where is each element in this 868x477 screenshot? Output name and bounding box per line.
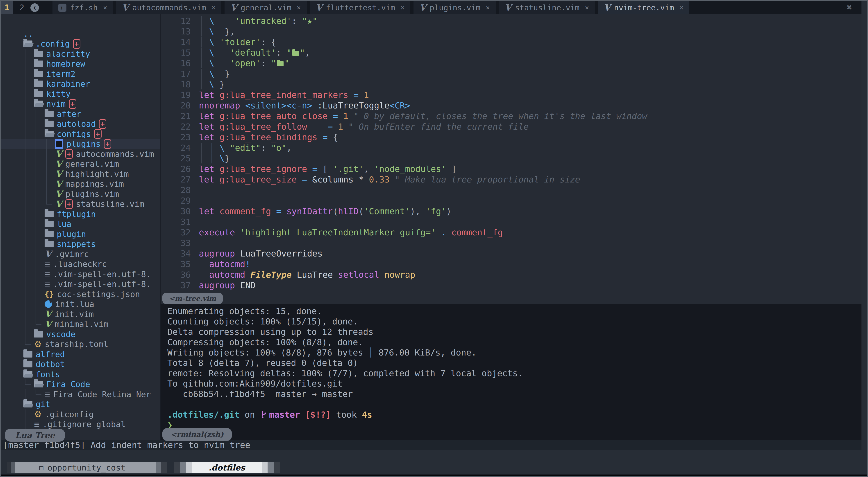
editor-buffer[interactable]: 12│ \ 'untracked': "★"13│ \ },14│ \ 'fol… <box>161 14 862 304</box>
tab-plugins.vim[interactable]: Vplugins.vim× <box>413 1 496 14</box>
tree-row-configs[interactable]: configs+ <box>1 129 160 139</box>
tree-row-.gitconfig[interactable]: ⚙.gitconfig <box>1 409 160 419</box>
tree-indent-guide <box>36 289 36 299</box>
tree-row-.luacheckrc[interactable]: ≡.luacheckrc <box>1 259 160 269</box>
tree-row-highlight.vim[interactable]: Vhighlight.vim <box>1 169 160 179</box>
editor-line-17: 17│ \ } <box>161 69 862 79</box>
code-token: .dotfiles/.git <box>167 409 240 420</box>
tree-item-label: init.lua <box>55 300 94 309</box>
tree-row-snippets[interactable]: snippets <box>1 239 160 249</box>
tree-row-kitty[interactable]: kitty <box>1 89 160 99</box>
code-token <box>436 228 441 237</box>
tree-row-mappings.vim[interactable]: Vmappings.vim <box>1 179 160 189</box>
code-token <box>214 27 225 36</box>
tree-row-fonts[interactable]: fonts <box>1 369 160 379</box>
tree-row-homebrew[interactable]: homebrew <box>1 59 160 69</box>
tree-row-dotbot[interactable]: dotbot <box>1 359 160 370</box>
tree-row-alacritty[interactable]: alacritty <box>1 49 160 59</box>
tree-row-minimal.vim[interactable]: Vminimal.vim <box>1 319 160 330</box>
tree-row-init.lua[interactable]: init.lua <box>1 299 160 309</box>
line-number: 14 <box>161 37 199 47</box>
tab-autocommands.vim[interactable]: Vautocommands.vim× <box>116 1 221 14</box>
history-back-icon[interactable]: ❮ <box>30 3 39 12</box>
tree-row-.gvimrc[interactable]: V.gvimrc <box>1 249 160 259</box>
close-all-icon[interactable]: ✖ <box>847 2 852 12</box>
tree-row-general.vim[interactable]: Vgeneral.vim <box>1 159 160 169</box>
terminal-split[interactable]: Enumerating objects: 15, done.Counting o… <box>161 304 862 440</box>
tree-row-vscode[interactable]: vscode <box>1 329 160 339</box>
code-token: " <box>271 58 276 68</box>
folder-icon <box>34 80 43 87</box>
text-file-icon: ≡ <box>44 390 50 399</box>
code-token: } <box>224 69 230 79</box>
tree-row-plugin[interactable]: plugin <box>1 229 160 239</box>
tree-row-nvim[interactable]: nvim+ <box>1 99 160 109</box>
tab-close-icon[interactable]: × <box>486 4 490 11</box>
terminal-line: Enumerating objects: 15, done. <box>167 306 862 316</box>
code-token <box>214 122 220 132</box>
code-token <box>245 270 250 280</box>
window-2-indicator[interactable]: 2 <box>16 1 28 14</box>
tmux-window-opportunity_cost[interactable]: □opportunity_cost <box>15 463 150 473</box>
code-token: &columns <box>312 175 353 184</box>
code-text: │ \ } <box>199 69 230 79</box>
tree-row-lua[interactable]: lua <box>1 219 160 229</box>
tab-close-icon[interactable]: × <box>585 4 589 11</box>
tree-row-git[interactable]: git <box>1 399 160 409</box>
tab-statusline.vim[interactable]: Vstatusline.vim× <box>499 1 595 14</box>
tree-row-.config[interactable]: .config+ <box>1 39 160 49</box>
tab-fzf.sh[interactable]: ❯_fzf.sh× <box>53 1 113 14</box>
tree-row-.vim-spell-en.utf-8.[interactable]: ≡.vim-spell-en.utf-8. <box>1 269 160 279</box>
vim-file-icon: V <box>44 320 52 329</box>
tree-row-iterm2[interactable]: iterm2 <box>1 69 160 79</box>
tree-row-karabiner[interactable]: karabiner <box>1 79 160 89</box>
tree-row-plugins.vim[interactable]: Vplugins.vim <box>1 189 160 199</box>
tab-general.vim[interactable]: Vgeneral.vim× <box>224 1 307 14</box>
editor-line-27: 27let g:lua_tree_size = &columns * 0.33 … <box>161 174 862 185</box>
folder-icon <box>24 361 32 367</box>
code-token: Total 8 (delta 7), reused 0 (delta 0) <box>167 358 358 368</box>
tree-row-ftplugin[interactable]: ftplugin <box>1 209 160 219</box>
terminal-line: ❯ <box>167 420 862 430</box>
window-1-indicator[interactable]: 1 <box>1 1 13 14</box>
tree-row-..[interactable]: .. <box>1 29 160 39</box>
code-token: g:lua_tree_follow <box>220 122 307 132</box>
tree-row-plugins[interactable]: plugins+ <box>1 139 160 149</box>
tree-row-Fira-Code-Retina-Ner[interactable]: ≡Fira Code Retina Ner <box>1 389 160 399</box>
code-token <box>214 79 220 89</box>
tree-row-Fira-Code[interactable]: Fira Code <box>1 379 160 389</box>
tab-bar: 1 2 ❮ ❯_fzf.sh×Vautocommands.vim×Vgenera… <box>1 1 862 14</box>
folder-icon <box>34 61 43 67</box>
code-token: took <box>331 409 362 420</box>
tab-close-icon[interactable]: × <box>297 4 301 11</box>
tree-row-autoload[interactable]: autoload+ <box>1 119 160 129</box>
code-token <box>199 270 209 280</box>
tmux-window-.dotfiles[interactable]: .dotfiles <box>192 463 262 473</box>
tab-nvim-tree.vim[interactable]: Vnvim-tree.vim× <box>598 1 689 14</box>
vim-file-icon: V <box>55 169 62 178</box>
bottom-strip <box>1 475 867 476</box>
line-number: 36 <box>161 270 199 280</box>
code-token: 4s <box>362 409 372 420</box>
tree-row-autocommands.vim[interactable]: V+autocommands.vim <box>1 149 160 159</box>
tree-row-coc-settings.json[interactable]: {}coc-settings.json <box>1 289 160 299</box>
tree-row-init.vim[interactable]: Vinit.vim <box>1 309 160 319</box>
tab-close-icon[interactable]: × <box>103 4 107 11</box>
code-token: } <box>220 79 225 89</box>
tree-row-after[interactable]: after <box>1 109 160 119</box>
tab-fluttertest.vim[interactable]: Vfluttertest.vim× <box>310 1 410 14</box>
tab-label: statusline.vim <box>515 3 580 12</box>
tree-row-starship.toml[interactable]: ⚙starship.toml <box>1 339 160 349</box>
code-token <box>214 111 220 121</box>
code-token: . <box>441 228 446 237</box>
folder-icon <box>24 351 32 357</box>
tree-row-.gitignore-global[interactable]: ≡.gitignore_global <box>1 419 160 430</box>
tab-close-icon[interactable]: × <box>400 4 404 11</box>
tab-label: nvim-tree.vim <box>614 3 674 12</box>
code-token <box>348 111 353 121</box>
tab-close-icon[interactable]: × <box>212 4 216 11</box>
tree-row-alfred[interactable]: alfred <box>1 349 160 359</box>
tree-row-.vim-spell-en.utf-8.[interactable]: ≡.vim-spell-en.utf-8. <box>1 279 160 289</box>
tab-close-icon[interactable]: × <box>680 4 684 11</box>
tree-row-statusline.vim[interactable]: V+statusline.vim <box>1 199 160 209</box>
